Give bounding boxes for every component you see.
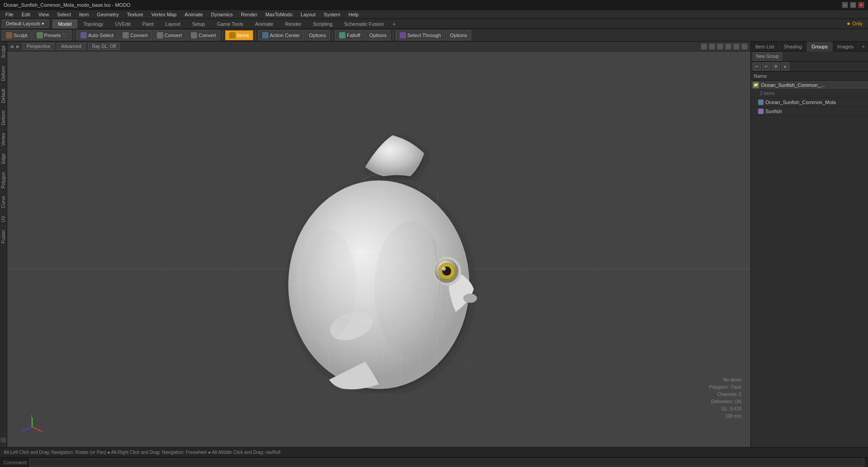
rp-tool-3[interactable]: ⚙ (772, 62, 780, 71)
tab-setup[interactable]: Setup (186, 19, 211, 29)
convert1-button[interactable]: Convert (118, 30, 152, 40)
viewport-icon-1[interactable] (701, 43, 707, 50)
menu-help[interactable]: Help (345, 11, 363, 18)
viewport-canvas[interactable]: X Z Y No Items Polygons : Face Channels:… (7, 52, 750, 447)
menu-layout[interactable]: Layout (297, 11, 319, 18)
sidebar-tab-uv[interactable]: UV (0, 212, 7, 226)
viewport-nav-next[interactable]: ▶ (16, 44, 20, 49)
add-tab-button[interactable]: + (390, 19, 399, 29)
options3-button[interactable]: Options (446, 30, 471, 40)
status-bar: Alt-Left Click and Drag: Navigation: Rot… (0, 447, 868, 457)
menu-view[interactable]: View (35, 11, 53, 18)
viewport-icon-4[interactable] (725, 43, 731, 50)
tab-model[interactable]: Model (52, 19, 78, 29)
options1-button[interactable]: Options (305, 30, 330, 40)
convert3-button[interactable]: Convert (187, 30, 220, 40)
title-bar-title: Ocean_Sunfish_Common_Mola_modo_base.lxo … (4, 2, 131, 8)
main-tab-bar: Default Layouts ▾ Model Topology UVEdit … (0, 19, 868, 29)
sidebar-tab-polygon[interactable]: Polygon (0, 168, 7, 192)
rp-tab-shading[interactable]: Shading (779, 42, 807, 52)
tree-item-sunfish[interactable]: Sunfish (751, 107, 868, 116)
sidebar-tab-deform2[interactable]: Deform (0, 106, 7, 129)
menu-render[interactable]: Render (237, 11, 261, 18)
axis-indicator: X Z Y (21, 415, 43, 438)
sidebar-tab-default[interactable]: Default (0, 85, 7, 107)
menu-system[interactable]: System (320, 11, 344, 18)
mesh-item-label: Ocean_Sunfish_Common_Mola (765, 100, 836, 105)
rp-tab-images[interactable]: Images (833, 42, 859, 52)
tab-uvedit[interactable]: UVEdit (109, 19, 137, 29)
sidebar-tab-vertex[interactable]: Vertex (0, 129, 7, 149)
viewport-icon-5[interactable] (733, 43, 740, 50)
polygons-label: Polygons : Face (709, 384, 741, 391)
svg-point-22 (374, 221, 447, 357)
new-group-button[interactable]: New Group (753, 52, 782, 61)
tool-separator-5 (393, 31, 393, 40)
items-button[interactable]: Items (225, 30, 253, 40)
sidebar-tab-edge[interactable]: Edge (0, 149, 7, 167)
only-label: ★ Only (843, 21, 866, 27)
right-panel-content: 📁 Ocean_Sunfish_Common_... 2 Items Ocean… (751, 81, 868, 447)
action-center-button[interactable]: Action Center (258, 30, 304, 40)
rp-tool-4[interactable]: ▸ (781, 62, 789, 71)
right-panel: Item List Shading Groups Images ▸ New Gr… (750, 42, 868, 447)
viewport-icon-2[interactable] (709, 43, 715, 50)
shading-button[interactable]: Advanced (57, 43, 85, 50)
presets-button[interactable]: Presets ⬛ (33, 30, 71, 40)
menu-vertex-map[interactable]: Vertex Map (148, 11, 180, 18)
sculpt-button[interactable]: Sculpt (2, 30, 32, 40)
viewport-nav-prev[interactable]: ◀ (10, 44, 14, 49)
command-label: Command (4, 460, 27, 465)
right-panel-column-header: Name (751, 71, 868, 81)
main-layout: Sculpt Deform Default Deform Vertex Edge… (0, 42, 868, 447)
tab-topology[interactable]: Topology (77, 19, 109, 29)
sidebar-tab-curve[interactable]: Curve (0, 192, 7, 212)
view-type-button[interactable]: Perspective (23, 43, 54, 50)
options2-button[interactable]: Options (365, 30, 391, 40)
sidebar-tab-sculpt[interactable]: Sculpt (0, 42, 7, 62)
tool-separator-1 (74, 31, 74, 40)
rp-tool-2[interactable]: ↩ (762, 62, 770, 71)
rp-tab-item-list[interactable]: Item List (751, 42, 779, 52)
ray-gl-button[interactable]: Ray GL: Off (88, 43, 120, 50)
menu-file[interactable]: File (2, 11, 17, 18)
sunfish-icon (758, 109, 764, 114)
viewport-icon-3[interactable] (717, 43, 723, 50)
navigation-hint: Alt-Left Click and Drag: Navigation: Rot… (4, 450, 864, 455)
tab-paint[interactable]: Paint (137, 19, 160, 29)
sidebar-tab-fusion[interactable]: Fusion (0, 226, 7, 247)
tab-schematic-fusion[interactable]: Schematic Fusion (338, 19, 389, 29)
group-row[interactable]: 📁 Ocean_Sunfish_Common_... (751, 81, 868, 90)
auto-select-button[interactable]: Auto Select (76, 30, 118, 40)
layout-dropdown[interactable]: Default Layouts ▾ (2, 19, 49, 28)
select-through-button[interactable]: Select Through (396, 30, 445, 40)
tab-animate[interactable]: Animate (249, 19, 279, 29)
maximize-button[interactable]: □ (850, 2, 856, 8)
rp-tab-groups[interactable]: Groups (807, 42, 833, 52)
rp-tool-1[interactable]: ↩ (753, 62, 761, 71)
menu-maxtomode[interactable]: MaxToModo (262, 11, 296, 18)
viewport[interactable]: ◀ ▶ Perspective Advanced Ray GL: Off (7, 42, 750, 447)
tab-layout[interactable]: Layout (160, 19, 186, 29)
menu-dynamics[interactable]: Dynamics (208, 11, 236, 18)
command-input[interactable] (29, 458, 864, 467)
tab-scripting[interactable]: Scripting (307, 19, 339, 29)
menu-texture[interactable]: Texture (123, 11, 147, 18)
sidebar-tab-bottom[interactable]: ⬛ (0, 434, 7, 447)
menu-select[interactable]: Select (53, 11, 75, 18)
svg-text:X: X (42, 429, 43, 434)
convert2-button[interactable]: Convert (153, 30, 186, 40)
menu-animate[interactable]: Animate (181, 11, 206, 18)
tab-game-tools[interactable]: Game Tools (211, 19, 250, 29)
tab-render[interactable]: Render (279, 19, 307, 29)
tree-item-sunfish-mesh[interactable]: Ocean_Sunfish_Common_Mola (751, 98, 868, 107)
rp-expand-button[interactable]: ▸ (860, 43, 868, 49)
minimize-button[interactable]: − (842, 2, 848, 8)
menu-item[interactable]: Item (75, 11, 92, 18)
menu-edit[interactable]: Edit (18, 11, 34, 18)
viewport-icon-6[interactable] (741, 43, 748, 50)
menu-geometry[interactable]: Geometry (93, 11, 122, 18)
sidebar-tab-deform[interactable]: Deform (0, 62, 7, 85)
falloff-button[interactable]: Falloff (335, 30, 364, 40)
close-button[interactable]: × (858, 2, 864, 8)
